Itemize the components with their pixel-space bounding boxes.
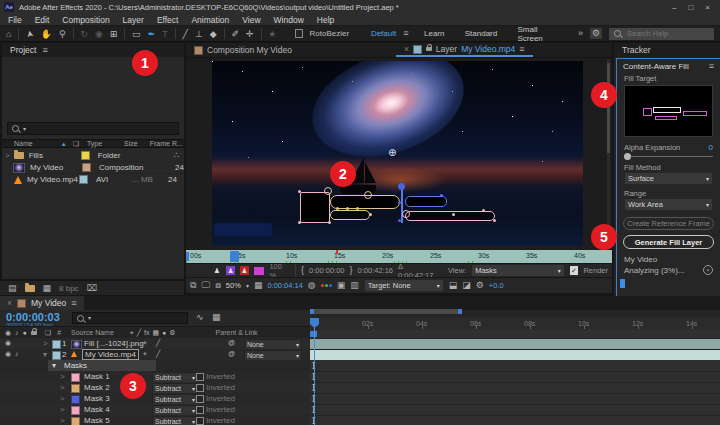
new-composition-icon[interactable]: ▦ <box>43 284 52 293</box>
feather-icon[interactable]: ◪ <box>462 281 471 290</box>
view-dropdown[interactable]: Masks▾ <box>471 264 565 277</box>
project-row-my-video-mp4[interactable]: My Video.mp4 AVI ... MB 24 <box>2 174 184 186</box>
label-swatch[interactable] <box>81 151 90 160</box>
audio-icon[interactable]: ♪ <box>15 350 19 357</box>
alpha-boundary-icon[interactable]: ♟ <box>226 266 235 275</box>
col-size[interactable]: Size <box>124 140 138 147</box>
project-row-my-video[interactable]: My Video Composition 24 <box>2 162 184 174</box>
mask-handle[interactable] <box>402 210 410 218</box>
current-time[interactable]: 0:00:04:14 <box>267 281 302 290</box>
tab-close-icon[interactable]: × <box>404 44 409 54</box>
quality-icon[interactable]: ╱ <box>156 350 160 357</box>
label-swatch[interactable] <box>82 163 91 172</box>
anchor-point-icon[interactable]: ⊕ <box>388 147 396 158</box>
pan-behind-tool-icon[interactable]: ⊞ <box>110 29 118 39</box>
tab-close-icon[interactable]: × <box>7 298 12 308</box>
mask-mode-dropdown[interactable]: Subtract▾ <box>152 416 198 425</box>
tab-composition[interactable]: Composition My Video <box>186 45 300 55</box>
work-area-bar[interactable] <box>310 330 720 338</box>
in-point-brace-icon[interactable]: { <box>301 266 304 275</box>
col-type[interactable]: Type <box>87 140 102 147</box>
workspace-default[interactable]: Default <box>371 29 396 38</box>
close-button[interactable]: × <box>705 3 710 12</box>
pickwhip-icon[interactable]: @ <box>228 350 235 357</box>
brush-tool-icon[interactable]: ╱ <box>182 29 187 39</box>
menu-animation[interactable]: Animation <box>191 15 229 25</box>
mask-name[interactable]: Mask 4 <box>84 405 110 414</box>
pen-tool-icon[interactable]: ✒ <box>148 29 156 39</box>
bit-depth[interactable]: 8 bpc <box>59 284 79 293</box>
label-column-icon[interactable]: ❏ <box>73 140 79 147</box>
text-tool-icon[interactable]: T <box>162 29 168 39</box>
sort-ascending-icon[interactable]: ▲ <box>61 141 67 147</box>
mask-name[interactable]: Mask 5 <box>84 416 110 425</box>
expander-icon[interactable]: ▾ <box>52 361 56 370</box>
menu-file[interactable]: File <box>8 15 22 25</box>
tab-layer[interactable]: × Layer My Video.mp4 ≡ <box>396 43 533 57</box>
mask-handle[interactable] <box>452 213 455 216</box>
menu-edit[interactable]: Edit <box>35 15 50 25</box>
mask-mode-icon[interactable]: ⬓ <box>449 281 458 290</box>
mask-handle[interactable] <box>336 207 339 210</box>
mask-handle[interactable] <box>328 221 331 224</box>
collapse-icon[interactable]: ⌖ <box>143 339 147 346</box>
timeline-search[interactable]: ▾ <box>72 312 188 324</box>
hand-tool-icon[interactable]: ✋ <box>41 29 52 39</box>
panel-menu-icon[interactable]: ≡ <box>709 62 714 71</box>
parent-link-column[interactable]: Parent & Link <box>216 329 258 336</box>
alpha-icon[interactable]: ♟ <box>212 266 221 275</box>
col-name[interactable]: Name <box>14 140 33 147</box>
expander-icon[interactable]: > <box>60 372 65 381</box>
trash-icon[interactable]: ⌧ <box>87 284 97 293</box>
zoom-level[interactable]: 50% <box>226 281 241 290</box>
label-swatch[interactable] <box>79 175 88 184</box>
exposure-gear-icon[interactable]: ⚙ <box>476 281 484 290</box>
menu-window[interactable]: Window <box>274 15 304 25</box>
menu-layer[interactable]: Layer <box>123 15 144 25</box>
tab-tracker[interactable]: Tracker <box>614 43 720 57</box>
mask-handle[interactable] <box>356 207 359 210</box>
mask-handle[interactable] <box>398 219 401 222</box>
workspace-overflow-icon[interactable]: » <box>578 29 583 38</box>
composition-mini-flowchart-icon[interactable]: ∿ <box>196 313 204 322</box>
layer-label-swatch[interactable] <box>52 351 61 360</box>
render-checkbox[interactable]: ✓ <box>570 266 579 275</box>
mask-shape-tan-small[interactable] <box>330 210 370 220</box>
home-tool-icon[interactable]: ⌂ <box>6 29 11 39</box>
always-preview-icon[interactable]: ⧉ <box>190 281 196 290</box>
alpha-expansion-value[interactable]: 0 <box>709 143 713 152</box>
tab-timeline-my-video[interactable]: × My Video ≡ <box>0 296 84 310</box>
viewer-panel-menu-icon[interactable]: ≡ <box>519 45 524 54</box>
target-dropdown[interactable]: Target: None▾ <box>364 279 444 292</box>
layer-playhead[interactable] <box>230 251 239 262</box>
channel-icon[interactable] <box>321 284 332 287</box>
range-dropdown[interactable]: Work Area▾ <box>624 198 713 211</box>
layer-name[interactable]: Fill [...-1024].png <box>84 339 144 348</box>
out-point-time[interactable]: 0:00:42:16 <box>358 266 393 275</box>
minimize-button[interactable]: – <box>672 3 676 12</box>
mask-shape-pink-bar[interactable] <box>405 211 495 221</box>
mask-handle[interactable] <box>398 183 405 190</box>
scrollbar-handle-left[interactable] <box>310 309 314 314</box>
mask-handle[interactable] <box>493 219 496 222</box>
region-of-interest-icon[interactable]: ▣ <box>337 281 346 290</box>
layer-label-swatch[interactable] <box>52 340 61 349</box>
fill-method-dropdown[interactable]: Surface▾ <box>624 172 713 185</box>
menu-composition[interactable]: Composition <box>62 15 109 25</box>
expander-icon[interactable]: > <box>60 405 65 414</box>
inverted-checkbox[interactable] <box>196 417 204 425</box>
mask-color-swatch[interactable] <box>71 373 80 382</box>
expander-icon[interactable]: > <box>43 339 48 348</box>
exposure-value[interactable]: +0.0 <box>489 281 504 290</box>
mask-name[interactable]: Mask 3 <box>84 394 110 403</box>
mask-visibility-icon[interactable]: ⧇ <box>215 281 221 290</box>
mask-handle[interactable] <box>324 187 332 195</box>
project-panel-menu-icon[interactable]: ≡ <box>42 46 47 55</box>
alpha-overlay-icon[interactable]: ♟ <box>240 266 249 275</box>
layer-name-selected[interactable]: My Video.mp4 <box>82 349 139 360</box>
project-row-fills[interactable]: > Fills Folder ∴ <box>2 150 184 162</box>
create-reference-frame-button[interactable]: Create Reference Frame <box>623 217 714 230</box>
source-name-column[interactable]: Source Name <box>71 329 114 336</box>
inverted-checkbox[interactable] <box>196 384 204 392</box>
expander-icon[interactable]: > <box>5 151 10 160</box>
